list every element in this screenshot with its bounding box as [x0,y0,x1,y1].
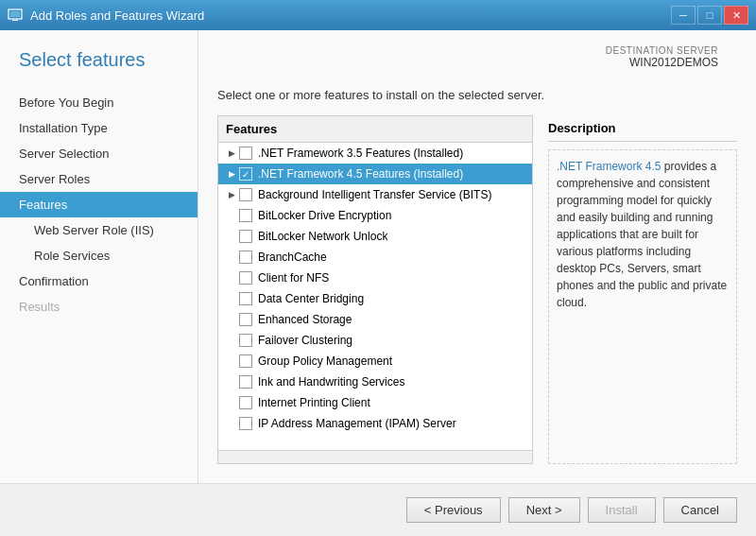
checkbox-bits[interactable] [239,188,252,201]
content-instruction: Select one or more features to install o… [217,88,737,102]
feature-label-failover-clustering: Failover Clustering [258,334,352,347]
features-panel: Features ▶.NET Framework 3.5 Features (I… [217,115,533,464]
bottom-bar: < Previous Next > Install Cancel [0,483,756,536]
feature-label-enhanced-storage: Enhanced Storage [258,313,352,326]
feature-item-group-policy[interactable]: Group Policy Management [218,351,532,372]
expand-icon-nfs-client [224,270,239,285]
feature-label-ipam: IP Address Management (IPAM) Server [258,417,456,430]
checkbox-bitlocker[interactable] [239,209,252,222]
checkbox-bitlocker-network[interactable] [239,230,252,243]
window-title: Add Roles and Features Wizard [30,9,204,23]
sidebar-item-web-server-role[interactable]: Web Server Role (IIS) [0,217,198,243]
expand-icon-datacenter-bridging [224,291,239,306]
svg-rect-1 [10,11,20,17]
expand-icon-internet-printing [224,395,239,410]
sidebar-item-installation-type[interactable]: Installation Type [0,115,198,141]
maximize-button[interactable]: □ [697,6,722,25]
next-button[interactable]: Next > [508,497,580,523]
sidebar-item-before-you-begin[interactable]: Before You Begin [0,90,198,115]
sidebar-item-confirmation[interactable]: Confirmation [0,268,198,294]
feature-label-bitlocker-network: BitLocker Network Unlock [258,230,387,243]
content-area: Select one or more features to install o… [198,69,756,483]
feature-item-bitlocker[interactable]: BitLocker Drive Encryption [218,205,532,226]
sidebar-item-features[interactable]: Features [0,192,198,217]
expand-icon-group-policy [224,354,239,369]
expand-icon-ipam [224,416,239,431]
checkbox-group-policy[interactable] [239,354,252,368]
sidebar-title: Select features [0,49,198,90]
expand-icon-failover-clustering [224,333,239,348]
description-body: provides a comprehensive and consistent … [557,160,727,309]
feature-item-failover-clustering[interactable]: Failover Clustering [218,330,532,351]
feature-item-bitlocker-network[interactable]: BitLocker Network Unlock [218,226,532,247]
feature-item-branchcache[interactable]: BranchCache [218,247,532,268]
dest-server-label: DESTINATION SERVER [606,45,718,56]
checkbox-failover-clustering[interactable] [239,334,252,347]
feature-label-bits: Background Intelligent Transfer Service … [258,188,491,201]
expand-icon-bitlocker [224,208,239,223]
window-controls: ─ □ ✕ [671,6,748,25]
dest-server-name: WIN2012DEMOS [606,56,718,69]
expand-icon-enhanced-storage [224,312,239,327]
sidebar-item-server-selection[interactable]: Server Selection [0,141,198,166]
checkbox-internet-printing[interactable] [239,396,252,409]
close-button[interactable]: ✕ [724,6,748,25]
cancel-button[interactable]: Cancel [663,497,737,523]
checkbox-datacenter-bridging[interactable] [239,292,252,305]
expand-icon-bitlocker-network [224,229,239,244]
feature-label-internet-printing: Internet Printing Client [258,396,370,409]
title-bar: Add Roles and Features Wizard ─ □ ✕ [0,0,756,30]
svg-rect-2 [12,20,18,21]
feature-item-nfs-client[interactable]: Client for NFS [218,268,532,288]
feature-label-dotnet45: .NET Framework 4.5 Features (Installed) [258,167,463,181]
feature-label-ink-handwriting: Ink and Handwriting Services [258,375,404,389]
description-header: Description [548,115,737,142]
content-columns: Features ▶.NET Framework 3.5 Features (I… [217,115,737,464]
description-panel: Description .NET Framework 4.5 provides … [548,115,737,464]
destination-server: DESTINATION SERVER WIN2012DEMOS [606,38,737,69]
description-link[interactable]: .NET Framework 4.5 [557,160,661,173]
expand-icon-dotnet45[interactable]: ▶ [224,166,239,182]
sidebar-item-results: Results [0,294,198,320]
expand-icon-dotnet35[interactable]: ▶ [224,146,239,161]
feature-item-ipam[interactable]: IP Address Management (IPAM) Server [218,413,532,434]
checkbox-dotnet35[interactable] [239,147,252,160]
feature-item-ink-handwriting[interactable]: Ink and Handwriting Services [218,372,532,392]
expand-icon-bits[interactable]: ▶ [224,187,239,202]
feature-item-internet-printing[interactable]: Internet Printing Client [218,392,532,413]
features-list[interactable]: ▶.NET Framework 3.5 Features (Installed)… [218,143,532,450]
install-button[interactable]: Install [588,497,656,523]
previous-button[interactable]: < Previous [406,497,501,523]
h-scrollbar[interactable] [218,451,532,464]
checkbox-enhanced-storage[interactable] [239,313,252,326]
feature-label-dotnet35: .NET Framework 3.5 Features (Installed) [258,147,463,160]
feature-label-datacenter-bridging: Data Center Bridging [258,292,364,305]
sidebar-item-server-roles[interactable]: Server Roles [0,166,198,192]
sidebar-nav: Before You BeginInstallation TypeServer … [0,90,198,320]
features-header: Features [218,116,532,143]
checkbox-ink-handwriting[interactable] [239,375,252,389]
feature-item-datacenter-bridging[interactable]: Data Center Bridging [218,288,532,309]
checkbox-dotnet45[interactable]: ✓ [239,167,252,181]
top-content: DESTINATION SERVER WIN2012DEMOS Select o… [198,30,756,483]
checkbox-ipam[interactable] [239,417,252,430]
expand-icon-ink-handwriting [224,374,239,389]
checkbox-branchcache[interactable] [239,251,252,264]
feature-item-dotnet45[interactable]: ▶✓.NET Framework 4.5 Features (Installed… [218,164,532,184]
expand-icon-branchcache [224,250,239,265]
app-icon [8,8,23,23]
description-text: .NET Framework 4.5 provides a comprehens… [548,149,737,464]
feature-label-group-policy: Group Policy Management [258,354,392,368]
minimize-button[interactable]: ─ [671,6,696,25]
feature-label-bitlocker: BitLocker Drive Encryption [258,209,391,222]
sidebar-item-role-services[interactable]: Role Services [0,243,198,268]
feature-item-bits[interactable]: ▶Background Intelligent Transfer Service… [218,184,532,205]
feature-item-enhanced-storage[interactable]: Enhanced Storage [218,309,532,330]
title-bar-left: Add Roles and Features Wizard [8,8,204,23]
checkbox-nfs-client[interactable] [239,271,252,285]
sidebar: Select features Before You BeginInstalla… [0,30,198,483]
feature-label-nfs-client: Client for NFS [258,271,329,285]
main-container: Select features Before You BeginInstalla… [0,30,756,536]
feature-item-dotnet35[interactable]: ▶.NET Framework 3.5 Features (Installed) [218,143,532,164]
features-scrollbar[interactable] [218,450,532,463]
